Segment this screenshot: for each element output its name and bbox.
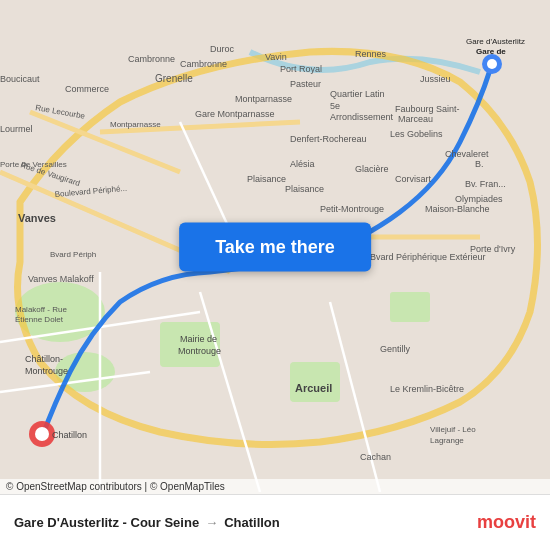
svg-text:Maison-Blanche: Maison-Blanche <box>425 204 490 214</box>
svg-point-76 <box>35 427 49 441</box>
take-me-there-button[interactable]: Take me there <box>179 223 371 272</box>
svg-text:Villejuif - Léo: Villejuif - Léo <box>430 425 476 434</box>
svg-text:Faubourg Saint-: Faubourg Saint- <box>395 104 460 114</box>
svg-text:Cachan: Cachan <box>360 452 391 462</box>
svg-text:Gare d'Austerlitz: Gare d'Austerlitz <box>466 37 525 46</box>
svg-text:Boucicaut: Boucicaut <box>0 74 40 84</box>
svg-text:Montparnasse: Montparnasse <box>110 120 161 129</box>
svg-text:B.: B. <box>475 159 484 169</box>
map-attribution: © OpenStreetMap contributors | © OpenMap… <box>0 479 550 494</box>
svg-text:Bv. Fran...: Bv. Fran... <box>465 179 506 189</box>
svg-text:Étienne Dolet: Étienne Dolet <box>15 315 64 324</box>
footer-route-info: Gare D'Austerlitz - Cour Seine → Chatill… <box>14 515 477 530</box>
svg-text:5e: 5e <box>330 101 340 111</box>
svg-text:Bvard Périphérique Extérieur: Bvard Périphérique Extérieur <box>370 252 486 262</box>
svg-text:Alésia: Alésia <box>290 159 315 169</box>
svg-text:Pasteur: Pasteur <box>290 79 321 89</box>
svg-text:Montparnasse: Montparnasse <box>235 94 292 104</box>
svg-text:Marceau: Marceau <box>398 114 433 124</box>
app: Rue Lecourbe Rue de Vaugirard Boulevard … <box>0 0 550 550</box>
svg-rect-5 <box>390 292 430 322</box>
svg-text:Bvard Périph: Bvard Périph <box>50 250 96 259</box>
svg-text:Montrouge: Montrouge <box>25 366 68 376</box>
svg-text:Chevaleret: Chevaleret <box>445 149 489 159</box>
svg-text:Lagrange: Lagrange <box>430 436 464 445</box>
svg-text:Cambronne: Cambronne <box>180 59 227 69</box>
svg-text:Mairie de: Mairie de <box>180 334 217 344</box>
svg-text:Porte de Versailles: Porte de Versailles <box>0 160 67 169</box>
svg-text:Malakoff - Rue: Malakoff - Rue <box>15 305 67 314</box>
svg-text:Duroc: Duroc <box>210 44 235 54</box>
svg-text:Châtillon-: Châtillon- <box>25 354 63 364</box>
svg-text:Chatillon: Chatillon <box>52 430 87 440</box>
svg-text:Jussieu: Jussieu <box>420 74 451 84</box>
svg-text:Gare de: Gare de <box>476 47 506 56</box>
svg-text:Lourmel: Lourmel <box>0 124 33 134</box>
svg-point-72 <box>487 59 497 69</box>
svg-text:Corvisart: Corvisart <box>395 174 432 184</box>
svg-text:Plaisance: Plaisance <box>247 174 286 184</box>
svg-text:Denfert-Rochereau: Denfert-Rochereau <box>290 134 367 144</box>
svg-text:Le Kremlin-Bicêtre: Le Kremlin-Bicêtre <box>390 384 464 394</box>
svg-text:Olympiades: Olympiades <box>455 194 503 204</box>
moovit-text: moovit <box>477 512 536 533</box>
route-to: Chatillon <box>224 515 280 530</box>
svg-text:Gentilly: Gentilly <box>380 344 411 354</box>
svg-text:Grenelle: Grenelle <box>155 73 193 84</box>
svg-text:Arcueil: Arcueil <box>295 382 332 394</box>
svg-text:Rennes: Rennes <box>355 49 387 59</box>
svg-text:Quartier Latin: Quartier Latin <box>330 89 385 99</box>
footer-bar: Gare D'Austerlitz - Cour Seine → Chatill… <box>0 494 550 550</box>
svg-text:Port Royal: Port Royal <box>280 64 322 74</box>
svg-text:Vanves Malakoff: Vanves Malakoff <box>28 274 94 284</box>
svg-text:Glacière: Glacière <box>355 164 389 174</box>
svg-text:Commerce: Commerce <box>65 84 109 94</box>
svg-text:Cambronne: Cambronne <box>128 54 175 64</box>
map-container: Rue Lecourbe Rue de Vaugirard Boulevard … <box>0 0 550 494</box>
route-display: Gare D'Austerlitz - Cour Seine → Chatill… <box>14 515 477 530</box>
svg-text:Montrouge: Montrouge <box>178 346 221 356</box>
svg-text:Gare Montparnasse: Gare Montparnasse <box>195 109 275 119</box>
svg-text:Vavin: Vavin <box>265 52 287 62</box>
svg-text:Les Gobelins: Les Gobelins <box>390 129 443 139</box>
svg-text:Arrondissement: Arrondissement <box>330 112 394 122</box>
svg-text:Petit-Montrouge: Petit-Montrouge <box>320 204 384 214</box>
moovit-logo: moovit <box>477 512 536 533</box>
route-from: Gare D'Austerlitz - Cour Seine <box>14 515 199 530</box>
svg-text:Vanves: Vanves <box>18 212 56 224</box>
route-arrow-icon: → <box>205 515 218 530</box>
svg-text:Plaisance: Plaisance <box>285 184 324 194</box>
